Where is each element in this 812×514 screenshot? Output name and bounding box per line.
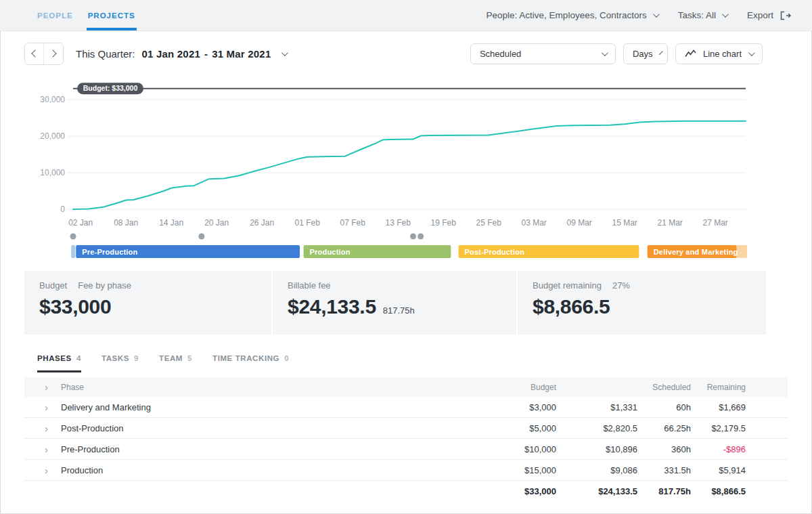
budget-remaining-percent: 27% [612,280,630,291]
y-tick-label: 30,000 [40,95,65,104]
budget-cell: $10,000 [482,444,556,454]
budget-cell: $15,000 [482,465,556,475]
chart-type-dropdown[interactable]: Line chart [675,43,763,64]
table-row[interactable]: › Delivery and Marketing $3,000 $1,331 6… [24,397,788,418]
next-period-button[interactable] [44,43,63,64]
table-row[interactable]: › Production $15,000 $9,086 331.5h $5,91… [24,460,788,481]
remaining-cell: $5,914 [691,465,746,475]
y-tick-label: 20,000 [40,131,65,141]
top-nav-bar: PEOPLE PROJECTS People: Active, Employee… [0,0,812,31]
x-tick-label: 08 Jan [114,218,138,228]
x-tick-label: 13 Feb [386,218,411,228]
tab-people[interactable]: PEOPLE [37,0,73,30]
remaining-column-header: Remaining [691,383,746,392]
budget-remaining-label: Budget remaining [533,280,602,291]
billable-fee-label: Billable fee [288,280,331,291]
budget-burnup-chart[interactable]: 010,00020,00030,00002 Jan08 Jan14 Jan20 … [0,78,812,261]
hours-cell: 66.25h [637,423,691,433]
phase-bar-label: Post-Production [465,248,525,256]
nav-filters: People: Active, Employees, Contractors T… [487,10,812,20]
chevron-right-icon[interactable]: › [45,423,53,433]
tab-team[interactable]: TEAM 5 [159,354,192,372]
export-icon [780,11,792,20]
fee-cell: $10,896 [556,444,637,454]
x-tick-label: 14 Jan [159,218,183,228]
days-dropdown[interactable]: Days [623,43,668,64]
tab-time-tracking[interactable]: TIME TRACKING 0 [212,354,289,372]
phase-bar-label: Production [310,248,351,256]
billable-fee-card: Billable fee $24,133.5 817.75h [273,271,516,335]
milestone-dot[interactable] [70,234,76,240]
scheduled-dropdown-value: Scheduled [480,49,521,59]
x-tick-label: 01 Feb [294,218,320,228]
date-range[interactable]: 01 Jan 2021-31 Mar 2021 [142,48,271,60]
milestone-dot[interactable] [410,234,416,240]
chevron-down-icon [722,11,729,18]
export-label: Export [747,10,773,20]
tab-tasks-count: 9 [134,354,139,362]
phases-table: › Phase Budget Scheduled Remaining › Del… [24,377,788,502]
chevron-right-icon[interactable]: › [45,444,53,454]
budget-cell: $5,000 [482,423,556,433]
scheduled-series-line[interactable] [73,121,746,209]
tab-team-label: TEAM [159,354,183,362]
tab-tasks-label: TASKS [102,354,129,362]
remaining-cell: -$896 [691,444,746,454]
x-tick-label: 27 Mar [703,218,728,228]
chevron-right-icon[interactable]: › [45,465,53,475]
chevron-down-icon [653,11,660,18]
detail-tabs: PHASES 4 TASKS 9 TEAM 5 TIME TRACKING 0 [37,354,289,372]
chevron-right-icon[interactable]: › [45,402,53,412]
phase-name-cell: Pre-Production [61,444,482,454]
fee-cell: $2,820.5 [556,423,637,433]
billable-fee-value: $24,133.5 [288,295,376,318]
chart-options: Scheduled Days Line chart [470,43,763,64]
range-start: 01 Jan 2021 [142,48,200,60]
remaining-cell: $2,179.5 [691,423,746,433]
table-row[interactable]: › Post-Production $5,000 $2,820.5 66.25h… [24,418,788,439]
people-filter-dropdown[interactable]: People: Active, Employees, Contractors [487,10,658,20]
milestone-dot[interactable] [418,234,424,240]
hours-cell: 331.5h [637,465,691,475]
remaining-cell: $1,669 [691,402,746,412]
budget-column-header: Budget [482,383,556,392]
chevron-right-icon [49,49,56,57]
x-tick-label: 09 Mar [567,218,592,228]
y-tick-label: 0 [60,205,65,214]
tab-tasks[interactable]: TASKS 9 [102,354,139,372]
prev-period-button[interactable] [25,43,44,64]
x-tick-label: 20 Jan [204,218,229,228]
milestone-dot[interactable] [198,234,204,240]
budget-cell: $3,000 [482,402,556,412]
scheduled-column-header: Scheduled [637,383,691,392]
phase-bar-label: Delivery and Marketing [654,248,738,256]
x-tick-label: 03 Mar [522,218,547,228]
fee-cell: $1,331 [556,402,637,412]
budget-remaining-card: Budget remaining 27% $8,866.5 [518,271,766,335]
phase-name-cell: Post-Production [61,423,482,433]
budget-remaining-value: $8,866.5 [533,295,610,318]
chevron-right-icon[interactable]: › [45,382,53,392]
tab-projects[interactable]: PROJECTS [88,0,135,30]
table-body: › Delivery and Marketing $3,000 $1,331 6… [24,397,788,481]
people-filter-label: People: Active, Employees, Contractors [487,10,647,20]
chevron-down-icon [602,49,608,56]
table-row[interactable]: › Pre-Production $10,000 $10,896 360h -$… [24,439,788,460]
total-remaining: $8,866.5 [691,486,746,496]
total-hours: 817.75h [637,486,691,496]
chevron-down-icon[interactable] [281,49,288,56]
scheduled-dropdown[interactable]: Scheduled [470,43,616,64]
budget-card: Budget Fee by phase $33,000 [24,271,271,335]
fee-cell: $9,086 [556,465,637,475]
x-tick-label: 21 Mar [658,218,683,228]
chart-type-value: Line chart [703,49,742,59]
tab-phases[interactable]: PHASES 4 [37,354,81,372]
export-button[interactable]: Export [747,10,792,20]
hours-cell: 60h [637,402,691,412]
phase-name-cell: Delivery and Marketing [61,402,482,412]
tasks-filter-dropdown[interactable]: Tasks: All [678,10,727,20]
range-label: This Quarter: [76,48,135,60]
range-end: 31 Mar 2021 [212,48,271,60]
tab-team-count: 5 [187,354,192,362]
summary-cards: Budget Fee by phase $33,000 Billable fee… [24,271,766,335]
